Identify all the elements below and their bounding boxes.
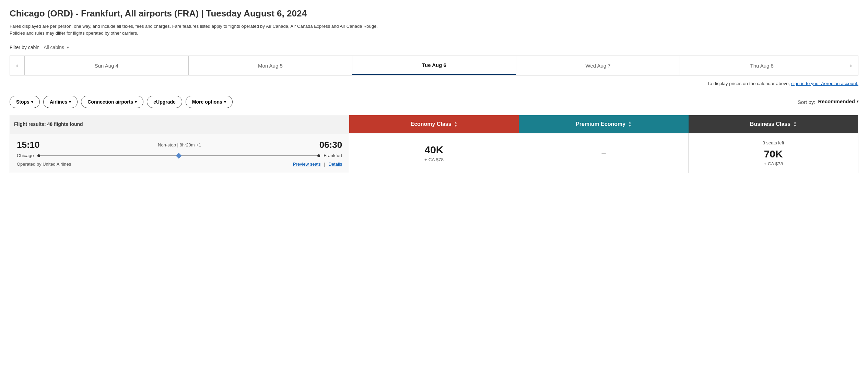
date-tue-aug6[interactable]: Tue Aug 6: [352, 56, 516, 75]
filter-cabin-label: Filter by cabin: [10, 45, 39, 50]
details-link[interactable]: Details: [328, 162, 342, 167]
date-wed-aug7[interactable]: Wed Aug 7: [516, 56, 680, 75]
origin-dot: [37, 154, 40, 157]
economy-points: 40K: [353, 144, 515, 156]
date-sun-aug4[interactable]: Sun Aug 4: [24, 56, 188, 75]
flight-info-cell: 15:10 Non-stop | 8hr20m +1 06:30 Chicago…: [10, 133, 349, 173]
dest-dot: [317, 154, 320, 157]
filter-toolbar: Stops ▾ Airlines ▾ Connection airports ▾…: [10, 96, 858, 108]
col-business-header: Business Class ▲▼: [689, 115, 858, 133]
col-economy-header: Economy Class ▲▼: [349, 115, 519, 133]
eupgrade-filter-button[interactable]: eUpgrade: [147, 96, 182, 108]
more-options-filter-button[interactable]: More options ▾: [186, 96, 233, 108]
filter-cabin-row: Filter by cabin All cabins ▼: [10, 45, 858, 50]
results-table: Flight results: 48 flights found Economy…: [10, 115, 858, 173]
sort-chevron-icon: ▾: [857, 99, 858, 103]
arrive-time: 06:30: [319, 140, 342, 150]
route-line-segment2: [181, 155, 317, 156]
aeroplan-signin-link[interactable]: sign in to your Aeroplan account.: [791, 81, 858, 86]
flight-links: Preview seats | Details: [293, 162, 342, 167]
date-prev-arrow[interactable]: ‹: [10, 56, 24, 75]
cabin-filter-chevron: ▼: [66, 46, 70, 49]
airlines-chevron-icon: ▾: [69, 100, 71, 104]
connection-chevron-icon: ▾: [135, 100, 137, 104]
premium-dash: –: [601, 149, 606, 157]
business-cash: + CA $78: [693, 161, 854, 166]
premium-price-cell: –: [519, 133, 689, 173]
date-mon-aug5[interactable]: Mon Aug 5: [188, 56, 352, 75]
dest-city: Frankfurt: [324, 153, 342, 158]
cabin-filter-select[interactable]: All cabins ▼: [44, 45, 70, 50]
more-options-chevron-icon: ▾: [224, 100, 226, 104]
date-nav: ‹ Sun Aug 4 Mon Aug 5 Tue Aug 6 Wed Aug …: [10, 56, 858, 75]
stops-filter-button[interactable]: Stops ▾: [10, 96, 40, 108]
sort-dropdown[interactable]: Recommended ▾: [818, 98, 858, 105]
page-title: Chicago (ORD) - Frankfurt, All airports …: [10, 8, 858, 19]
subtitle: Fares displayed are per person, one way,…: [10, 23, 490, 36]
route-line-segment: [40, 155, 177, 156]
flight-operator-row: Operated by United Airlines Preview seat…: [17, 162, 342, 167]
origin-city: Chicago: [17, 153, 34, 158]
seats-left: 3 seats left: [693, 140, 854, 145]
airlines-filter-button[interactable]: Airlines ▾: [43, 96, 78, 108]
pipe-separator: |: [324, 162, 325, 167]
economy-price-cell[interactable]: 40K + CA $78: [349, 133, 519, 173]
business-points: 70K: [693, 148, 854, 160]
col-premium-header: Premium Economy ▲▼: [519, 115, 689, 133]
business-price-cell[interactable]: 3 seats left 70K + CA $78: [689, 133, 858, 173]
table-row: 15:10 Non-stop | 8hr20m +1 06:30 Chicago…: [10, 133, 858, 173]
flight-route: Chicago Frankfurt: [17, 153, 342, 158]
route-line: [37, 154, 320, 158]
aeroplan-note: To display prices on the calendar above,…: [10, 81, 858, 86]
flight-duration: Non-stop | 8hr20m +1: [158, 142, 201, 147]
depart-time: 15:10: [17, 140, 40, 150]
stops-chevron-icon: ▾: [31, 100, 33, 104]
economy-cash: + CA $78: [353, 157, 515, 162]
premium-sort-arrows: ▲▼: [628, 121, 632, 128]
plane-icon: [176, 153, 181, 158]
sort-row: Sort by: Recommended ▾: [798, 98, 858, 105]
connection-airports-filter-button[interactable]: Connection airports ▾: [81, 96, 143, 108]
date-thu-aug8[interactable]: Thu Aug 8: [680, 56, 844, 75]
date-next-arrow[interactable]: ›: [844, 56, 858, 75]
business-sort-arrows: ▲▼: [793, 121, 797, 128]
preview-seats-link[interactable]: Preview seats: [293, 162, 321, 167]
sort-label: Sort by:: [798, 99, 816, 105]
col-flight-results-header: Flight results: 48 flights found: [10, 115, 349, 133]
economy-sort-arrows: ▲▼: [454, 121, 458, 128]
operator-text: Operated by United Airlines: [17, 162, 71, 167]
flight-times: 15:10 Non-stop | 8hr20m +1 06:30: [17, 140, 342, 150]
